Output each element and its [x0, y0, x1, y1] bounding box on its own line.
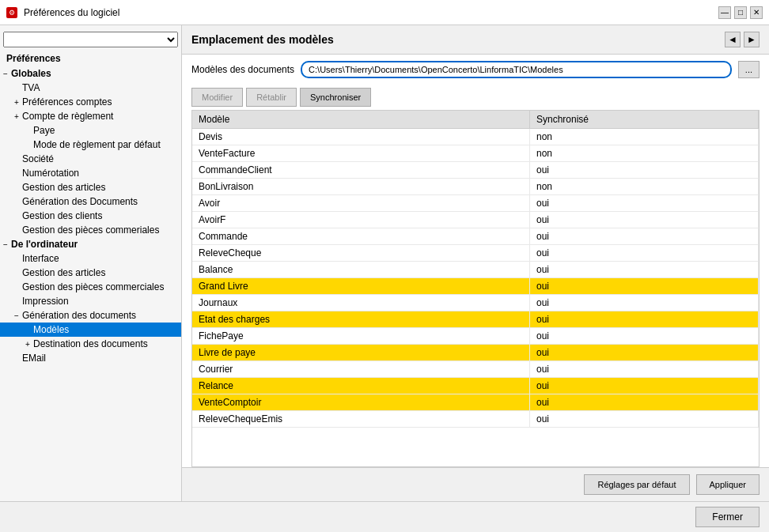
- reglages-button[interactable]: Réglages par défaut: [584, 474, 689, 495]
- sidebar: Préférences − Globales TVA + Préférences…: [0, 25, 182, 501]
- synchroniser-button[interactable]: Synchroniser: [300, 88, 371, 107]
- nav-back-button[interactable]: ◄: [725, 32, 741, 47]
- table-row[interactable]: Relance oui: [192, 378, 759, 394]
- table-cell-sync: oui: [530, 361, 759, 378]
- sidebar-item-modeles[interactable]: Modèles: [0, 323, 181, 337]
- main-container: Préférences − Globales TVA + Préférences…: [0, 25, 769, 501]
- title-bar-controls[interactable]: — □ ✕: [718, 6, 763, 19]
- table-row[interactable]: Grand Livre oui: [192, 278, 759, 295]
- title-bar: ⚙ Préférences du logiciel — □ ✕: [0, 0, 769, 25]
- sidebar-item-de-ordinateur[interactable]: − De l'ordinateur: [0, 237, 181, 251]
- sidebar-item-tva[interactable]: TVA: [0, 81, 181, 95]
- table-cell-model: Avoir: [192, 195, 530, 212]
- sidebar-item-destination-docs[interactable]: + Destination des documents: [0, 337, 181, 351]
- sidebar-item-societe[interactable]: Société: [0, 152, 181, 166]
- models-table: Modèle Synchronisé Devis non VenteFactur…: [192, 111, 759, 428]
- tree-item-label: Impression: [22, 296, 69, 307]
- table-cell-model: Journaux: [192, 295, 530, 311]
- table-cell-model: Courrier: [192, 361, 530, 378]
- window-title: Préférences du logiciel: [24, 7, 119, 18]
- tree-item-label: Numérotation: [22, 168, 79, 179]
- sidebar-root-label: Préférences: [0, 51, 181, 66]
- sidebar-item-email[interactable]: EMail: [0, 351, 181, 365]
- table-row[interactable]: Commande oui: [192, 228, 759, 245]
- table-cell-model: Balance: [192, 262, 530, 278]
- tree-expander: −: [11, 311, 22, 320]
- tree-expander: +: [11, 98, 22, 107]
- table-cell-model: Livre de paye: [192, 345, 530, 361]
- minimize-button[interactable]: —: [718, 6, 731, 19]
- table-cell-model: VenteFacture: [192, 145, 530, 162]
- table-container: Modèle Synchronisé Devis non VenteFactur…: [191, 110, 760, 467]
- tree-item-label: De l'ordinateur: [11, 239, 78, 250]
- table-cell-sync: oui: [530, 411, 759, 428]
- table-row[interactable]: CommandeClient oui: [192, 162, 759, 179]
- table-cell-sync: oui: [530, 394, 759, 411]
- sidebar-dropdown[interactable]: [3, 32, 178, 47]
- path-label: Modèles des documents: [191, 64, 294, 75]
- close-button[interactable]: ✕: [750, 6, 763, 19]
- tree-item-label: Génération des documents: [22, 310, 136, 321]
- sidebar-item-generation-docs[interactable]: Génération des Documents: [0, 194, 181, 209]
- table-row[interactable]: BonLivraison non: [192, 179, 759, 195]
- table-row[interactable]: Livre de paye oui: [192, 345, 759, 361]
- sidebar-item-interface[interactable]: Interface: [0, 251, 181, 266]
- sidebar-item-gestion-clients[interactable]: Gestion des clients: [0, 209, 181, 223]
- tree-item-label: Génération des Documents: [22, 196, 138, 207]
- sidebar-item-prefs-comptes[interactable]: + Préférences comptes: [0, 95, 181, 109]
- tree-item-label: Globales: [11, 68, 51, 79]
- table-row[interactable]: Avoir oui: [192, 195, 759, 212]
- sidebar-item-gestion-articles-ord[interactable]: Gestion des articles: [0, 266, 181, 280]
- table-body: Devis non VenteFacture non CommandeClien…: [192, 129, 759, 428]
- sidebar-item-impression[interactable]: Impression: [0, 294, 181, 308]
- retablir-button[interactable]: Rétablir: [246, 88, 297, 107]
- table-row[interactable]: Etat des charges oui: [192, 311, 759, 328]
- table-row[interactable]: AvoirF oui: [192, 212, 759, 228]
- table-row[interactable]: Journaux oui: [192, 295, 759, 311]
- sidebar-item-gestion-pieces[interactable]: Gestion des pièces commeriales: [0, 223, 181, 237]
- appliquer-button[interactable]: Appliquer: [696, 474, 760, 495]
- table-row[interactable]: Balance oui: [192, 262, 759, 278]
- path-input[interactable]: [301, 61, 732, 78]
- sidebar-item-generation-documents[interactable]: − Génération des documents: [0, 308, 181, 323]
- content-area: Emplacement des modèles ◄ ► Modèles des …: [182, 25, 769, 501]
- table-cell-model: Etat des charges: [192, 311, 530, 328]
- bottom-bar: Réglages par défaut Appliquer: [182, 467, 769, 501]
- tree-item-label: Compte de règlement: [22, 111, 113, 122]
- table-cell-model: BonLivraison: [192, 179, 530, 195]
- fermer-button[interactable]: Fermer: [695, 507, 760, 527]
- tree-item-label: Gestion des articles: [22, 267, 105, 278]
- sidebar-item-mode-reglement[interactable]: Mode de règlement par défaut: [0, 138, 181, 152]
- modifier-button[interactable]: Modifier: [191, 88, 243, 107]
- title-bar-left: ⚙ Préférences du logiciel: [6, 7, 119, 18]
- sidebar-item-numerotation[interactable]: Numérotation: [0, 166, 181, 180]
- col-header-model: Modèle: [192, 111, 530, 129]
- sidebar-item-gestion-articles[interactable]: Gestion des articles: [0, 180, 181, 194]
- table-cell-model: AvoirF: [192, 212, 530, 228]
- table-cell-sync: oui: [530, 345, 759, 361]
- table-cell-sync: non: [530, 129, 759, 145]
- table-row[interactable]: VenteFacture non: [192, 145, 759, 162]
- sidebar-item-gestion-pieces-ord[interactable]: Gestion des pièces commerciales: [0, 280, 181, 294]
- app-icon: ⚙: [6, 7, 17, 18]
- tree-item-label: Gestion des clients: [22, 210, 102, 221]
- table-cell-sync: oui: [530, 245, 759, 262]
- nav-forward-button[interactable]: ►: [744, 32, 760, 47]
- table-cell-model: FichePaye: [192, 328, 530, 345]
- nav-arrows: ◄ ►: [725, 32, 760, 47]
- sidebar-item-compte-reglement[interactable]: + Compte de règlement: [0, 109, 181, 123]
- maximize-button[interactable]: □: [734, 6, 747, 19]
- table-row[interactable]: ReleveCheque oui: [192, 245, 759, 262]
- sidebar-item-globales[interactable]: − Globales: [0, 66, 181, 81]
- table-row[interactable]: ReleveChequeEmis oui: [192, 411, 759, 428]
- table-row[interactable]: FichePaye oui: [192, 328, 759, 345]
- table-row[interactable]: VenteComptoir oui: [192, 394, 759, 411]
- table-cell-model: Commande: [192, 228, 530, 245]
- path-row: Modèles des documents ...: [182, 55, 769, 85]
- sidebar-item-paye[interactable]: Paye: [0, 123, 181, 138]
- table-row[interactable]: Courrier oui: [192, 361, 759, 378]
- browse-button[interactable]: ...: [738, 61, 760, 78]
- table-row[interactable]: Devis non: [192, 129, 759, 145]
- tree-item-label: Mode de règlement par défaut: [33, 139, 161, 150]
- table-cell-model: Relance: [192, 378, 530, 394]
